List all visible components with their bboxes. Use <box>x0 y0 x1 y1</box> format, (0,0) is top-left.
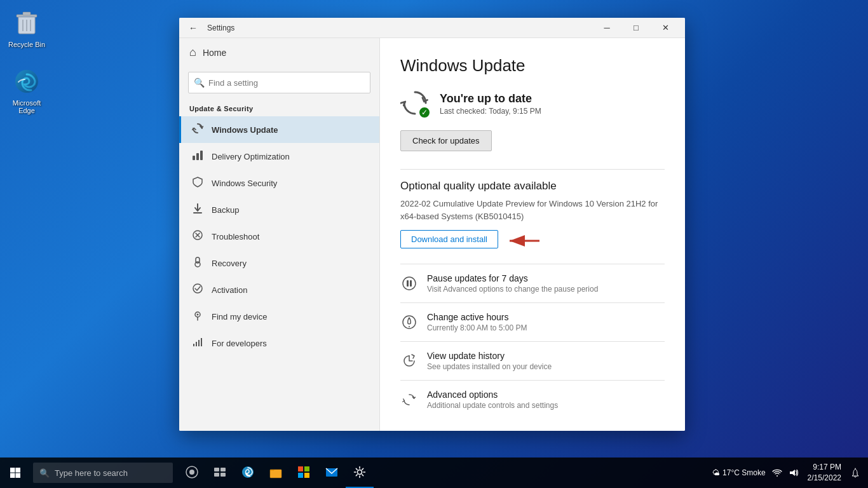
update-history-icon <box>400 352 418 370</box>
check-updates-button[interactable]: Check for updates <box>400 130 492 151</box>
sidebar-item-label: Find my device <box>212 312 267 322</box>
sidebar-item-activation[interactable]: Activation <box>179 276 379 303</box>
taskbar-search[interactable]: 🔍 Type here to search <box>33 463 173 483</box>
svg-rect-47 <box>304 466 309 471</box>
svg-marker-52 <box>790 470 795 476</box>
sidebar-item-find-my-device[interactable]: Find my device <box>179 303 379 330</box>
status-subtext: Last checked: Today, 9:15 PM <box>440 107 541 116</box>
close-button[interactable]: ✕ <box>651 18 680 38</box>
sidebar-item-windows-security[interactable]: Windows Security <box>179 170 379 196</box>
update-history-title: View update history <box>427 351 552 361</box>
svg-rect-22 <box>193 344 194 346</box>
settings-window: ← Settings ─ □ ✕ ⌂ Home 🔍 <box>179 18 685 431</box>
svg-rect-6 <box>18 16 35 34</box>
taskbar-clock[interactable]: 9:17 PM 2/15/2022 <box>803 462 846 484</box>
option-active-hours[interactable]: Change active hours Currently 8:00 AM to… <box>400 302 665 341</box>
svg-rect-8 <box>193 156 195 160</box>
sidebar-item-label: Delivery Optimization <box>212 152 290 161</box>
option-update-history[interactable]: View update history See updates installe… <box>400 341 665 380</box>
sidebar-item-windows-update[interactable]: Windows Update <box>179 116 379 143</box>
page-title: Windows Update <box>400 56 665 76</box>
sidebar-item-label: For developers <box>212 339 267 348</box>
sidebar-item-home[interactable]: ⌂ Home <box>179 38 379 67</box>
sidebar-search-box[interactable]: 🔍 <box>188 72 370 93</box>
sidebar-item-backup[interactable]: Backup <box>179 196 379 223</box>
svg-rect-34 <box>16 468 21 473</box>
option-advanced-options[interactable]: Advanced options Additional update contr… <box>400 380 665 419</box>
home-icon: ⌂ <box>189 46 196 59</box>
clock-date: 2/15/2022 <box>808 473 841 484</box>
sidebar-item-for-developers[interactable]: For developers <box>179 330 379 356</box>
svg-point-38 <box>189 470 194 475</box>
optional-update-section: Optional quality update available 2022-0… <box>400 180 665 251</box>
weather-widget[interactable]: 🌤 17°C Smoke <box>710 458 768 488</box>
svg-rect-46 <box>298 466 303 471</box>
taskbar-task-view[interactable] <box>206 458 234 488</box>
notification-button[interactable] <box>848 458 863 488</box>
svg-rect-25 <box>201 338 202 346</box>
windows-update-icon <box>191 123 204 137</box>
weather-temp: 17°C Smoke <box>722 468 766 477</box>
svg-rect-9 <box>196 153 199 160</box>
advanced-options-text: Advanced options Additional update contr… <box>427 390 558 410</box>
for-developers-icon <box>191 336 204 350</box>
clock-time: 9:17 PM <box>813 462 841 473</box>
divider-1 <box>400 169 665 170</box>
volume-icon[interactable] <box>786 458 801 488</box>
desktop-icon-recycle-bin[interactable]: Recycle Bin <box>3 5 51 51</box>
svg-point-51 <box>358 470 362 475</box>
update-status-text: You're up to date Last checked: Today, 9… <box>440 92 541 116</box>
maximize-button[interactable]: □ <box>621 18 651 38</box>
sidebar-item-label: Windows Security <box>212 179 277 188</box>
svg-rect-41 <box>214 473 219 477</box>
activation-icon <box>191 283 204 297</box>
svg-rect-29 <box>407 280 409 287</box>
taskbar-search-icon: 🔍 <box>39 468 50 478</box>
update-history-text: View update history See updates installe… <box>427 351 552 371</box>
download-install-button[interactable]: Download and install <box>400 230 498 248</box>
advanced-options-title: Advanced options <box>427 390 558 400</box>
sidebar-item-recovery[interactable]: Recovery <box>179 250 379 276</box>
taskbar-cortana[interactable] <box>178 458 206 488</box>
svg-rect-2 <box>23 12 31 15</box>
svg-rect-35 <box>10 473 15 478</box>
minimize-button[interactable]: ─ <box>592 18 621 38</box>
cortana-icon <box>185 465 199 479</box>
active-hours-title: Change active hours <box>427 312 527 322</box>
taskbar-settings[interactable] <box>346 458 374 488</box>
back-button[interactable]: ← <box>184 19 202 37</box>
backup-icon <box>191 203 204 217</box>
desktop: Recycle Bin Microsoft Ed <box>0 0 868 488</box>
file-explorer-icon <box>269 465 283 479</box>
wifi-icon <box>772 468 782 478</box>
recycle-bin-label: Recycle Bin <box>8 41 45 48</box>
active-hours-icon <box>400 313 418 331</box>
svg-rect-49 <box>304 473 309 478</box>
store-icon <box>297 465 311 479</box>
svg-point-20 <box>197 314 199 316</box>
taskbar-app-icons <box>175 458 710 488</box>
task-view-icon <box>213 465 227 479</box>
svg-rect-48 <box>298 473 303 478</box>
find-setting-input[interactable] <box>208 78 365 88</box>
taskbar-file-explorer[interactable] <box>262 458 290 488</box>
svg-point-18 <box>193 284 202 293</box>
taskbar-edge[interactable] <box>234 458 262 488</box>
search-icon: 🔍 <box>194 78 205 88</box>
optional-update-title: Optional quality update available <box>400 180 665 193</box>
sidebar-item-troubleshoot[interactable]: Troubleshoot <box>179 223 379 250</box>
taskbar-mail[interactable] <box>318 458 346 488</box>
pause-updates-sub: Visit Advanced options to change the pau… <box>427 285 598 294</box>
network-icon[interactable] <box>770 458 785 488</box>
edge-taskbar-icon <box>241 465 255 479</box>
window-title: Settings <box>207 24 592 32</box>
taskbar-store[interactable] <box>290 458 318 488</box>
desktop-icon-edge[interactable]: Microsoft Edge <box>3 64 51 117</box>
svg-rect-40 <box>220 468 226 471</box>
sidebar-item-delivery-optimization[interactable]: Delivery Optimization <box>179 143 379 170</box>
mail-icon <box>325 465 339 479</box>
option-pause-updates[interactable]: Pause updates for 7 days Visit Advanced … <box>400 264 665 302</box>
delivery-optimization-icon <box>191 149 204 163</box>
start-button[interactable] <box>0 458 31 488</box>
status-headline: You're up to date <box>440 92 541 105</box>
